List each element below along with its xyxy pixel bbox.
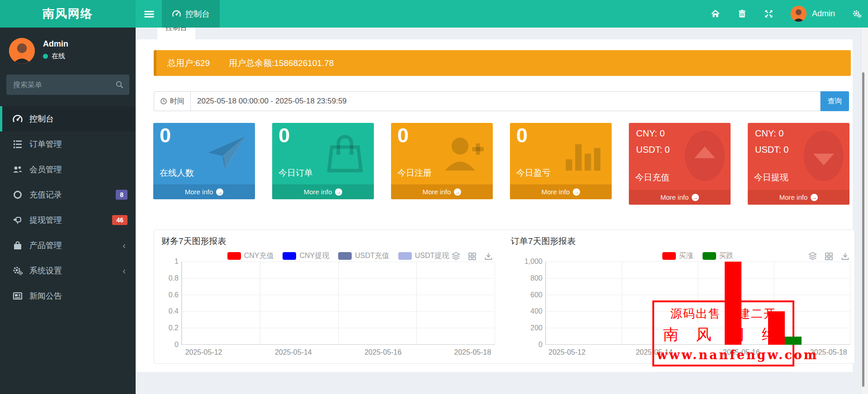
sidebar-item-members[interactable]: 会员管理 bbox=[0, 157, 136, 182]
sidebar-item-news[interactable]: 新闻公告 bbox=[0, 283, 136, 309]
content-tab-dashboard[interactable]: 控制台 bbox=[157, 28, 195, 39]
more-info-link[interactable]: More info → bbox=[153, 184, 255, 199]
search-icon[interactable] bbox=[115, 80, 124, 89]
sidebar-item-products[interactable]: 产品管理 ‹ bbox=[0, 233, 136, 258]
legend-item[interactable]: CNY提现 bbox=[283, 251, 329, 261]
bar bbox=[768, 311, 785, 345]
tiled-icon[interactable] bbox=[824, 252, 834, 261]
more-info-link[interactable]: More info → bbox=[510, 184, 612, 199]
gauge-icon bbox=[172, 9, 181, 19]
more-info-link[interactable]: More info → bbox=[272, 184, 374, 199]
gears-icon[interactable] bbox=[852, 9, 862, 19]
more-info-link[interactable]: More info → bbox=[629, 190, 731, 205]
arrow-circle-right-icon: → bbox=[811, 194, 818, 201]
time-filter-label: 时间 bbox=[154, 91, 191, 111]
legend-item[interactable]: USDT充值 bbox=[338, 251, 389, 261]
sidebar-search bbox=[6, 75, 129, 95]
navbar-right: Admin bbox=[711, 0, 862, 28]
online-dot-icon bbox=[43, 54, 48, 59]
legend-label: CNY充值 bbox=[244, 251, 274, 261]
chevron-left-icon: ‹ bbox=[123, 266, 126, 275]
bar-group bbox=[545, 262, 589, 345]
sidebar-toggle-button[interactable] bbox=[143, 8, 156, 20]
bar-group bbox=[632, 262, 676, 345]
bar bbox=[785, 337, 802, 345]
bar bbox=[725, 262, 741, 345]
bar-group bbox=[181, 262, 226, 345]
sidebar-user-status[interactable]: 在线 bbox=[43, 52, 65, 61]
navbar-user-name: Admin bbox=[812, 9, 835, 19]
y-axis-labels: 00.20.40.60.81 bbox=[154, 262, 179, 345]
sidebar-item-dashboard[interactable]: 控制台 bbox=[0, 106, 136, 131]
plot-area bbox=[181, 262, 495, 345]
recharge-badge: 8 bbox=[116, 190, 127, 200]
sidebar-item-orders[interactable]: 订单管理 bbox=[0, 131, 136, 157]
sidebar-menu: 控制台 订单管理 会 bbox=[0, 106, 136, 309]
y-tick-label: 0.8 bbox=[169, 274, 179, 282]
admin-dashboard: 南风网络 控制台 bbox=[0, 0, 868, 394]
bar-group bbox=[589, 262, 632, 345]
infobox-today-orders: 0 今日订单 More info → bbox=[272, 123, 374, 199]
user-menu[interactable]: Admin bbox=[791, 6, 835, 22]
circle-icon bbox=[12, 189, 23, 200]
caret-up-circle-icon bbox=[683, 128, 727, 183]
y-tick-label: 0 bbox=[538, 341, 542, 349]
y-tick-label: 600 bbox=[530, 291, 542, 299]
paper-plane-icon bbox=[203, 131, 250, 176]
navbar: 南风网络 控制台 bbox=[0, 0, 868, 28]
gauge-icon bbox=[12, 113, 23, 124]
date-range-input[interactable] bbox=[191, 91, 821, 111]
tiled-icon[interactable] bbox=[467, 252, 477, 261]
y-tick-label: 1 bbox=[175, 258, 179, 266]
stats-alert: 总用户:629 用户总余额:1586826101.78 bbox=[154, 50, 851, 76]
legend-item[interactable]: 买跌 bbox=[703, 251, 734, 261]
download-icon[interactable] bbox=[840, 252, 850, 261]
newspaper-icon bbox=[12, 291, 23, 301]
legend-label: USDT提现 bbox=[415, 251, 449, 261]
download-icon[interactable] bbox=[484, 252, 493, 261]
more-info-link[interactable]: More info → bbox=[748, 190, 849, 205]
legend-item[interactable]: 买涨 bbox=[662, 251, 693, 261]
search-input[interactable] bbox=[6, 75, 129, 95]
sidebar-item-recharge-records[interactable]: 充值记录 8 bbox=[0, 182, 136, 207]
brand-logo[interactable]: 南风网络 bbox=[0, 0, 136, 28]
expand-icon[interactable] bbox=[764, 9, 774, 19]
legend-item[interactable]: CNY充值 bbox=[227, 251, 274, 261]
legend-label: USDT充值 bbox=[355, 251, 389, 261]
query-button[interactable]: 查询 bbox=[821, 91, 849, 111]
legend-label: 买跌 bbox=[719, 251, 734, 261]
chart-toolbox bbox=[808, 252, 850, 261]
infobox-today-deposits: CNY: 0 USDT: 0 今日充值 More info → bbox=[629, 123, 731, 205]
finance-chart: 财务7天图形报表 CNY充值CNY提现USDT充值USDT提现 bbox=[154, 230, 502, 364]
shopping-bag-icon bbox=[12, 240, 23, 251]
y-axis-labels: 02004006008001,000 bbox=[515, 262, 542, 345]
trash-icon[interactable] bbox=[737, 9, 747, 19]
arrow-circle-right-icon: → bbox=[454, 188, 461, 196]
navbar-tab-dashboard[interactable]: 控制台 bbox=[162, 0, 220, 28]
stack-icon[interactable] bbox=[808, 252, 817, 261]
y-tick-label: 0.4 bbox=[169, 307, 179, 315]
sidebar-item-settings[interactable]: 系统设置 ‹ bbox=[0, 258, 136, 283]
home-icon[interactable] bbox=[711, 9, 720, 19]
bars bbox=[181, 262, 495, 345]
bar-group bbox=[406, 262, 450, 345]
y-tick-label: 400 bbox=[530, 307, 542, 315]
scrollbar-thumb[interactable] bbox=[862, 72, 864, 387]
status-label: 在线 bbox=[52, 52, 65, 61]
hamburger-icon bbox=[143, 8, 156, 20]
legend-swatch bbox=[338, 252, 352, 260]
sidebar-avatar bbox=[9, 38, 35, 64]
stack-icon[interactable] bbox=[451, 252, 461, 261]
legend-item[interactable]: USDT提现 bbox=[398, 251, 449, 261]
infobox-online-users: 0 在线人数 More info → bbox=[153, 123, 255, 199]
sidebar-item-withdrawals[interactable]: 提现管理 46 bbox=[0, 207, 136, 233]
infobox-today-registrations: 0 今日注册 More info → bbox=[391, 123, 493, 199]
sidebar: Admin 在线 控制台 bbox=[0, 28, 136, 394]
more-info-link[interactable]: More info → bbox=[391, 184, 493, 199]
y-tick-label: 1,000 bbox=[524, 258, 542, 266]
legend-swatch bbox=[283, 252, 296, 260]
bar-group bbox=[316, 262, 360, 345]
bar-group bbox=[676, 262, 719, 345]
list-icon bbox=[12, 139, 23, 150]
x-axis-labels: 2025-05-122025-05-142025-05-162025-05-18 bbox=[181, 348, 495, 358]
